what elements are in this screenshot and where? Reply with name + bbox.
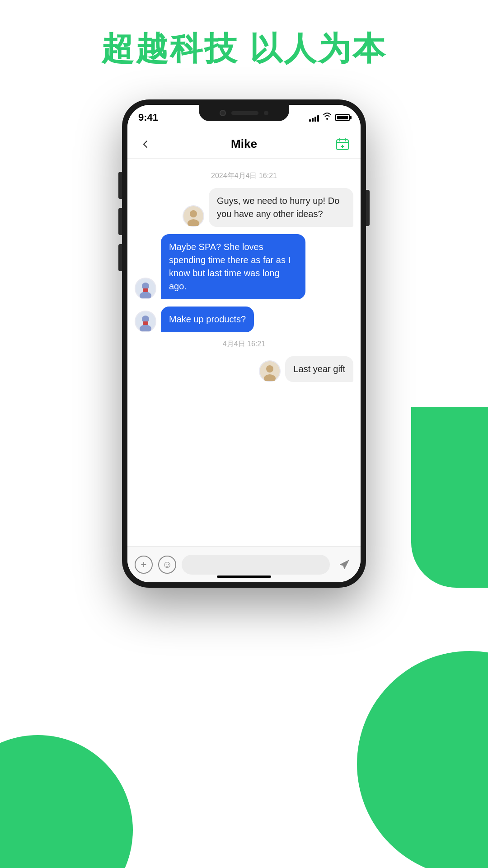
signal-icon bbox=[309, 113, 319, 122]
message-bubble: Guys, we need to hurry up! Do you have a… bbox=[209, 188, 353, 227]
status-time: 9:41 bbox=[138, 112, 158, 123]
message-row: Last year gift bbox=[135, 356, 353, 382]
avatar bbox=[259, 360, 281, 382]
avatar bbox=[135, 278, 156, 299]
chat-title: Mike bbox=[231, 137, 257, 151]
bg-shape-left bbox=[0, 735, 133, 868]
front-camera bbox=[220, 110, 226, 116]
vol-down-button bbox=[118, 244, 122, 271]
avatar bbox=[183, 205, 204, 227]
emoji-button[interactable]: ☺ bbox=[158, 556, 176, 574]
bg-shape-mid bbox=[411, 407, 488, 588]
timestamp-1: 2024年4月4日 16:21 bbox=[135, 171, 353, 181]
home-indicator bbox=[217, 576, 271, 578]
sensor-dot bbox=[264, 111, 268, 115]
message-row: Guys, we need to hurry up! Do you have a… bbox=[135, 188, 353, 227]
svg-point-13 bbox=[266, 365, 273, 373]
phone-frame: 9:41 bbox=[122, 99, 366, 588]
message-bubble: Last year gift bbox=[285, 356, 353, 382]
plus-icon: + bbox=[141, 559, 147, 571]
notch bbox=[199, 105, 289, 121]
svg-rect-7 bbox=[143, 288, 148, 292]
page-title: 超越科技 以人为本 bbox=[0, 27, 488, 71]
bg-shape-right bbox=[357, 651, 488, 868]
chat-area: 2024年4月4日 16:21 Guys, we need to hurry u… bbox=[127, 159, 361, 546]
back-button[interactable] bbox=[136, 135, 155, 153]
battery-icon bbox=[335, 114, 350, 121]
status-bar: 9:41 bbox=[127, 105, 361, 130]
message-bubble: Maybe SPA? She loves spending time there… bbox=[161, 234, 305, 299]
svg-point-2 bbox=[190, 210, 197, 217]
timestamp-2: 4月4日 16:21 bbox=[135, 340, 353, 349]
calendar-add-button[interactable] bbox=[333, 135, 352, 153]
nav-bar: Mike bbox=[127, 130, 361, 159]
speaker bbox=[231, 111, 258, 115]
status-icons bbox=[309, 113, 350, 122]
wifi-icon bbox=[323, 113, 332, 122]
phone-screen: 9:41 bbox=[127, 105, 361, 582]
message-row: Make up products? bbox=[135, 307, 353, 332]
message-bubble: Make up products? bbox=[161, 307, 254, 332]
add-button[interactable]: + bbox=[135, 556, 153, 574]
emoji-icon: ☺ bbox=[162, 559, 172, 571]
send-button[interactable] bbox=[335, 556, 353, 574]
message-input[interactable] bbox=[182, 555, 330, 575]
svg-rect-11 bbox=[143, 321, 148, 325]
avatar bbox=[135, 311, 156, 332]
message-row: Maybe SPA? She loves spending time there… bbox=[135, 234, 353, 299]
vol-up-button bbox=[118, 208, 122, 235]
